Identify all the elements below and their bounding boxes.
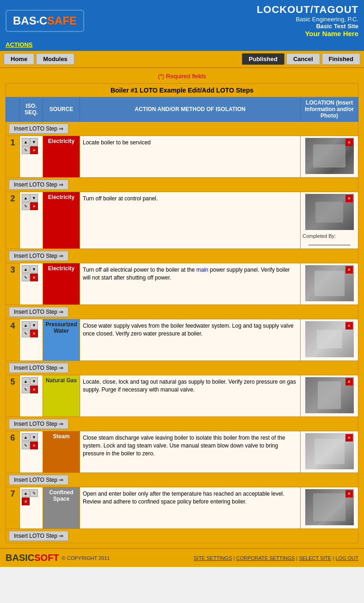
photo-delete-btn-3[interactable]: ✕ — [345, 266, 353, 274]
step-delete-icon-7[interactable]: ✕ — [22, 497, 30, 505]
header-user: Your Name Here — [257, 30, 358, 37]
step-down-icon-4[interactable]: ▼ — [30, 321, 38, 329]
photo-box-3: ✕ — [305, 265, 354, 301]
step-edit-icon-1[interactable]: ✎ — [22, 146, 30, 154]
log-out-link[interactable]: LOG OUT — [335, 555, 358, 561]
modules-button[interactable]: Modules — [36, 53, 74, 65]
step-number-7: 7 — [8, 489, 18, 499]
step-edit-icon-4[interactable]: ✎ — [22, 329, 30, 337]
photo-box-2: ✕ — [305, 194, 354, 230]
step-up-icon-5[interactable]: ▲ — [22, 377, 30, 385]
table-row: 7 ▲ ✎ ✕ Confined Space Open and enter bo… — [6, 487, 358, 529]
photo-delete-btn-5[interactable]: ✕ — [345, 378, 353, 385]
photo-delete-btn-1[interactable]: ✕ — [345, 139, 353, 146]
select-site-link[interactable]: SELECT SITE — [299, 555, 331, 561]
completed-by-label-2: Completed By: — [302, 233, 356, 239]
table-row: 4 ▲ ▼ ✎ ✕ Pressurized Water Close water … — [6, 319, 358, 361]
site-settings-link[interactable]: SITE SETTINGS — [194, 555, 232, 561]
step-up-icon-3[interactable]: ▲ — [22, 265, 30, 273]
step-edit-icon-5[interactable]: ✎ — [22, 385, 30, 393]
footer-links: SITE SETTINGS | CORPORATE SETTINGS | SEL… — [194, 555, 358, 561]
step-delete-icon-1[interactable]: ✕ — [30, 146, 38, 154]
action-text-3: Turn off all electrical power to the boi… — [83, 267, 290, 281]
finished-button[interactable]: Finished — [322, 53, 360, 65]
photo-box-1: ✕ — [305, 138, 354, 174]
photo-box-5: ✕ — [305, 377, 354, 413]
action-text-5: Locate, close, lock and tag out natural … — [83, 379, 296, 393]
table-row: 5 ▲ ▼ ✎ ✕ Natural Gas Locate, close, loc… — [6, 375, 358, 417]
photo-box-7: ✕ — [305, 489, 354, 525]
header-title: LOCKOUT/TAGOUT — [257, 4, 358, 16]
step-delete-icon-4[interactable]: ✕ — [30, 329, 38, 337]
insert-loto-step-button-4[interactable]: Insert LOTO Step ⇒ — [9, 363, 68, 373]
table-row: 1 ▲ ▼ ✎ ✕ Electricity Locate boiler to b… — [6, 136, 358, 178]
photo-delete-btn-4[interactable]: ✕ — [345, 322, 353, 329]
footer-copyright: © COPYRIGHT 2011 — [62, 555, 110, 561]
step-edit-icon-2[interactable]: ✎ — [22, 202, 30, 210]
action-text-7: Open and enter boiler only after the tem… — [83, 491, 284, 505]
step-number-2: 2 — [8, 194, 18, 204]
loto-table: Boiler #1 LOTO Example Edit/Add LOTO Ste… — [6, 83, 358, 543]
table-row: 6 ▲ ▼ ✎ ✕ Steam Close steam discharge va… — [6, 431, 358, 473]
step-up-icon-4[interactable]: ▲ — [22, 321, 30, 329]
step-down-icon-3[interactable]: ▼ — [30, 265, 38, 273]
step-down-icon-2[interactable]: ▼ — [30, 194, 38, 202]
footer: BASICSOFT © COPYRIGHT 2011 SITE SETTINGS… — [0, 548, 364, 567]
insert-row: Insert LOTO Step ⇒ — [6, 361, 358, 375]
step-number-5: 5 — [8, 377, 18, 387]
step-up-icon-6[interactable]: ▲ — [22, 433, 30, 441]
table-row: 2 ▲ ▼ ✎ ✕ Electricity Turn off boiler at… — [6, 192, 358, 249]
published-button[interactable]: Published — [242, 53, 284, 65]
step-up-icon-1[interactable]: ▲ — [22, 138, 30, 146]
home-button[interactable]: Home — [4, 53, 34, 65]
step-delete-icon-3[interactable]: ✕ — [30, 274, 38, 281]
action-text-6: Close steam discharge valve leaving boil… — [83, 435, 285, 457]
insert-loto-step-button-6[interactable]: Insert LOTO Step ⇒ — [9, 475, 68, 485]
step-down-icon-6[interactable]: ▼ — [30, 433, 38, 441]
step-number-4: 4 — [8, 321, 18, 331]
insert-row: Insert LOTO Step ⇒ — [6, 249, 358, 263]
cancel-button[interactable]: Cancel — [286, 53, 320, 65]
insert-loto-step-button-5[interactable]: Insert LOTO Step ⇒ — [9, 419, 68, 429]
table-row: 3 ▲ ▼ ✎ ✕ Electricity Turn off all elect… — [6, 263, 358, 305]
step-delete-icon-5[interactable]: ✕ — [30, 385, 38, 393]
insert-loto-step-button-3[interactable]: Insert LOTO Step ⇒ — [9, 307, 68, 317]
logo: BAS●CSAFE — [6, 10, 84, 32]
required-text: (*) Required fields — [6, 73, 358, 80]
step-down-icon-5[interactable]: ▼ — [30, 377, 38, 385]
insert-loto-step-button-1[interactable]: Insert LOTO Step ⇒ — [9, 180, 68, 190]
header-right: LOCKOUT/TAGOUT Basic Engineering, P.C. B… — [257, 4, 358, 37]
action-text-1: Locate boiler to be serviced — [83, 139, 151, 146]
table-title-row: Boiler #1 LOTO Example Edit/Add LOTO Ste… — [6, 84, 358, 97]
insert-row: Insert LOTO Step ⇒ — [6, 122, 358, 136]
insert-loto-step-button-final[interactable]: Insert LOTO Step ⇒ — [9, 531, 68, 541]
photo-box-4: ✕ — [305, 321, 354, 357]
step-edit-icon-6[interactable]: ✎ — [22, 441, 30, 449]
nav-bar: Home Modules Published Cancel Finished — [0, 51, 364, 68]
col-header-row: ISO. SEQ. SOURCE ACTION AND/OR METHOD OF… — [6, 97, 358, 122]
step-number-6: 6 — [8, 433, 18, 443]
insert-row: Insert LOTO Step ⇒ — [6, 529, 358, 543]
step-up-icon-7[interactable]: ▲ — [22, 489, 30, 497]
photo-delete-btn-7[interactable]: ✕ — [345, 490, 353, 497]
step-delete-icon-2[interactable]: ✕ — [30, 202, 38, 210]
insert-row: Insert LOTO Step ⇒ — [6, 178, 358, 192]
insert-loto-step-button-0[interactable]: Insert LOTO Step ⇒ — [9, 124, 68, 134]
action-text-4: Close water supply valves from the boile… — [83, 323, 294, 337]
step-up-icon-2[interactable]: ▲ — [22, 194, 30, 202]
photo-delete-btn-2[interactable]: ✕ — [345, 195, 353, 202]
logo-text: BAS●CSAFE — [13, 14, 77, 27]
photo-delete-btn-6[interactable]: ✕ — [345, 434, 353, 441]
main-content: (*) Required fields Boiler #1 LOTO Examp… — [0, 68, 364, 548]
insert-loto-step-button-2[interactable]: Insert LOTO Step ⇒ — [9, 251, 68, 261]
photo-box-6: ✕ — [305, 433, 354, 469]
footer-logo-area: BASICSOFT © COPYRIGHT 2011 — [6, 553, 110, 563]
step-edit-icon-3[interactable]: ✎ — [22, 274, 30, 281]
step-down-icon-1[interactable]: ▼ — [30, 138, 38, 146]
corporate-settings-link[interactable]: CORPORATE SETTINGS — [236, 555, 295, 561]
insert-row: Insert LOTO Step ⇒ — [6, 305, 358, 319]
actions-link[interactable]: ACTIONS — [6, 41, 33, 48]
footer-logo: BASICSOFT — [6, 553, 59, 563]
step-delete-icon-6[interactable]: ✕ — [30, 441, 38, 449]
step-edit-icon-7[interactable]: ✎ — [30, 489, 38, 497]
